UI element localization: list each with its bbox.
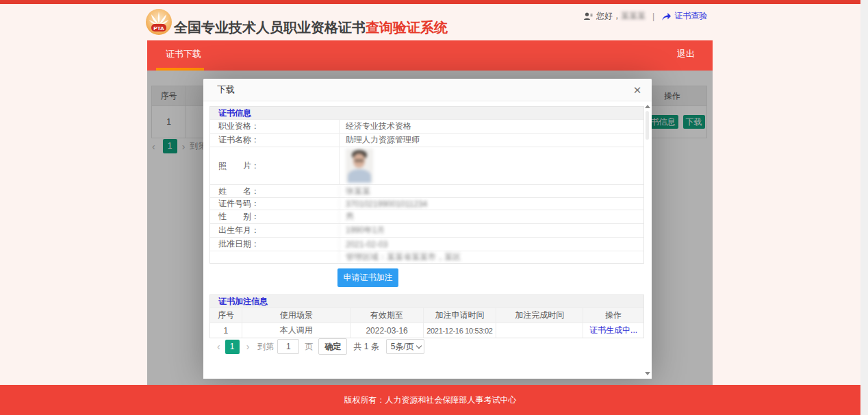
goto-label: 到第 (257, 341, 274, 353)
field-label: 照 片： (210, 147, 339, 184)
cert-generating-link[interactable]: 证书生成中... (583, 323, 643, 338)
col-header: 序号 (210, 308, 242, 323)
download-modal: 下载 ✕ 证书信息 职业资格：经济专业技术资格 证书名称：助理人力资源管理师 照… (203, 79, 652, 379)
modal-title: 下载 (203, 79, 652, 101)
cert-verify-link[interactable]: 证书查验 (674, 10, 707, 22)
annotation-section-title: 证书加注信息 (210, 295, 643, 307)
field-value: 370102199001011234 (339, 198, 643, 210)
col-header: 加注申请时间 (424, 308, 497, 323)
copyright-text: 版权所有：人力资源和社会保障部人事考试中心 (344, 395, 517, 405)
chevron-down-icon (416, 343, 421, 349)
field-label: 证书名称： (210, 134, 339, 147)
page-size-select[interactable]: 5条/页 (386, 339, 424, 354)
modal-scrollbar[interactable] (644, 103, 650, 377)
certificate-photo (346, 149, 373, 183)
apply-annotation-button[interactable]: 申请证书加注 (337, 268, 398, 287)
page-number[interactable]: 1 (225, 340, 240, 354)
user-bar: 您好， 某某某 | 证书查验 (583, 10, 707, 22)
cell-apply-time: 2021-12-16 10:53:02 (424, 323, 497, 338)
field-label: 性 别： (210, 210, 339, 223)
cert-info-section-title: 证书信息 (210, 107, 643, 119)
field-value: 2021-02-03 (339, 238, 643, 251)
modal-body: 证书信息 职业资格：经济专业技术资格 证书名称：助理人力资源管理师 照 片： 姓… (203, 101, 652, 379)
field-label: 姓 名： (210, 185, 339, 197)
top-accent-bar (0, 0, 860, 4)
field-value: 助理人力资源管理师 (339, 134, 643, 147)
user-icon (583, 12, 593, 21)
col-header: 有效期至 (351, 308, 424, 323)
field-value: 张某某 (339, 185, 643, 197)
divider: | (652, 12, 654, 21)
confirm-button[interactable]: 确定 (318, 338, 347, 355)
annotation-pagination: ‹ 1 › 到第 页 确定 共 1 条 5条/页 (217, 338, 424, 355)
scroll-down-icon[interactable] (645, 372, 650, 375)
field-label (210, 251, 339, 263)
scrollbar-thumb[interactable] (646, 111, 649, 140)
next-page-icon[interactable]: › (246, 341, 250, 352)
user-name: 某某某 (621, 10, 646, 22)
page-size-value: 5条/页 (391, 342, 414, 351)
cert-info-table: 证书信息 职业资格：经济专业技术资格 证书名称：助理人力资源管理师 照 片： 姓… (209, 106, 644, 264)
total-count: 共 1 条 (353, 341, 379, 353)
greeting-text: 您好， (596, 10, 621, 22)
close-icon[interactable]: ✕ (628, 79, 646, 101)
pta-logo: PTA (146, 9, 172, 35)
field-value: 经济专业技术资格 (339, 120, 643, 133)
cell-scene: 本人调用 (242, 323, 351, 338)
field-value: 1990年1月 (339, 224, 643, 237)
browser-scrollbar[interactable] (860, 0, 868, 415)
field-value: 管理区域：某某省某某市，某区 (339, 251, 643, 263)
footer: 版权所有：人力资源和社会保障部人事考试中心 (0, 385, 860, 415)
field-label: 证件号码： (210, 198, 339, 210)
col-header: 加注完成时间 (496, 308, 583, 323)
annotation-table: 证书加注信息 序号 使用场景 有效期至 加注申请时间 加注完成时间 操作 1 本… (209, 294, 644, 338)
col-header: 操作 (583, 308, 643, 323)
cell-valid-until: 2022-03-16 (351, 323, 424, 338)
logout-button[interactable]: 退出 (677, 40, 695, 68)
col-header: 使用场景 (242, 308, 351, 323)
cell-index: 1 (210, 323, 242, 338)
field-value (339, 147, 643, 184)
page-suffix: 页 (305, 341, 313, 353)
goto-page-input[interactable] (277, 339, 299, 354)
field-label: 出生年月： (210, 224, 339, 237)
navbar: 证书下载 退出 (147, 40, 713, 71)
field-value: 男 (339, 210, 643, 223)
prev-page-icon[interactable]: ‹ (217, 341, 220, 352)
annotation-data-row: 1 本人调用 2022-03-16 2021-12-16 10:53:02 证书… (210, 323, 643, 338)
tab-cert-download[interactable]: 证书下载 (166, 40, 201, 68)
annotation-header-row: 序号 使用场景 有效期至 加注申请时间 加注完成时间 操作 (210, 307, 643, 323)
field-label: 批准日期： (210, 238, 339, 251)
svg-text:PTA: PTA (153, 25, 164, 32)
scroll-up-icon[interactable] (645, 105, 650, 108)
cell-finish-time (496, 323, 583, 338)
page-title: 全国专业技术人员职业资格证书查询验证系统 (174, 18, 448, 37)
share-icon (661, 12, 672, 21)
field-label: 职业资格： (210, 120, 339, 133)
